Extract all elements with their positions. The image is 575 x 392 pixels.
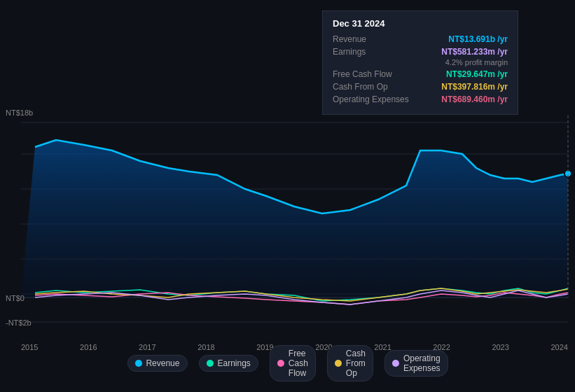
tooltip-row-revenue: Revenue NT$13.691b /yr — [333, 34, 508, 44]
legend-item-earnings[interactable]: Earnings — [198, 355, 258, 372]
tooltip-label-opex: Operating Expenses — [333, 94, 409, 104]
legend-label-fcf: Free Cash Flow — [289, 349, 308, 378]
tooltip-row-earnings: Earnings NT$581.233m /yr — [333, 47, 508, 57]
tooltip-value-earnings: NT$581.233m /yr — [441, 47, 508, 57]
legend-label-revenue: Revenue — [146, 358, 179, 368]
x-label-2015: 2015 — [21, 343, 38, 351]
tooltip-row-cashfromop: Cash From Op NT$397.816m /yr — [333, 82, 508, 92]
x-label-2023: 2023 — [492, 343, 508, 351]
y-label-neg2b: -NT$2b — [6, 318, 32, 327]
legend-item-revenue[interactable]: Revenue — [127, 355, 187, 372]
tooltip-label-fcf: Free Cash Flow — [333, 69, 392, 79]
y-label-0: NT$0 — [6, 294, 25, 302]
legend-item-cashfromop[interactable]: Cash From Op — [327, 345, 373, 382]
legend-dot-revenue — [134, 360, 141, 367]
tooltip-label-earnings: Earnings — [333, 47, 366, 57]
legend-dot-earnings — [206, 360, 213, 367]
legend-label-opex: Operating Expenses — [403, 354, 441, 373]
tooltip-row-opex: Operating Expenses NT$689.460m /yr — [333, 94, 508, 104]
tooltip-value-fcf: NT$29.647m /yr — [446, 69, 508, 79]
tooltip-value-cashfromop: NT$397.816m /yr — [441, 82, 508, 92]
legend-item-fcf[interactable]: Free Cash Flow — [270, 345, 316, 382]
tooltip-row-fcf: Free Cash Flow NT$29.647m /yr — [333, 69, 508, 79]
tooltip-value-opex: NT$689.460m /yr — [441, 94, 508, 104]
y-label-18b: NT$18b — [6, 108, 33, 117]
svg-marker-9 — [21, 140, 568, 298]
x-label-2024: 2024 — [550, 343, 567, 351]
tooltip-profit-margin: 4.2% profit margin — [333, 58, 508, 66]
chart-legend: Revenue Earnings Free Cash Flow Cash Fro… — [127, 345, 448, 382]
tooltip-label-revenue: Revenue — [333, 34, 366, 44]
legend-item-opex[interactable]: Operating Expenses — [385, 350, 448, 377]
legend-dot-opex — [392, 360, 399, 367]
chart-container: NT$18b NT$0 -NT$2b 2015 2016 2017 2018 2… — [0, 0, 575, 392]
legend-label-earnings: Earnings — [217, 358, 250, 368]
tooltip-box: Dec 31 2024 Revenue NT$13.691b /yr Earni… — [322, 10, 518, 115]
legend-dot-fcf — [277, 360, 284, 367]
x-label-2016: 2016 — [80, 343, 97, 351]
tooltip-label-cashfromop: Cash From Op — [333, 82, 388, 92]
legend-dot-cashfromop — [335, 360, 342, 367]
legend-label-cashfromop: Cash From Op — [346, 349, 366, 378]
tooltip-date: Dec 31 2024 — [333, 18, 508, 29]
tooltip-value-revenue: NT$13.691b /yr — [448, 34, 508, 44]
